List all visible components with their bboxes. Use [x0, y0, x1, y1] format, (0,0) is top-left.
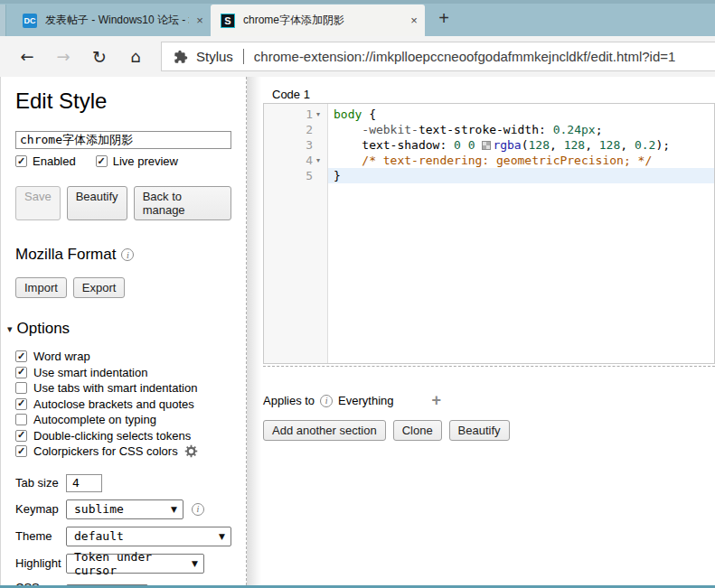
- option-word-wrap[interactable]: Word wrap: [15, 349, 231, 365]
- line-number[interactable]: 4: [306, 154, 313, 167]
- line-number[interactable]: 1: [306, 107, 313, 121]
- address-bar[interactable]: Stylus chrome-extension://imkplloepccneo…: [161, 42, 715, 71]
- fold-arrow-icon[interactable]: ▾: [313, 110, 324, 118]
- window-edge-sliver: [0, 5, 6, 36]
- highlight-value: Token under cursor: [74, 550, 184, 577]
- fold-arrow-icon[interactable]: ▾: [313, 156, 324, 164]
- enabled-checkbox[interactable]: [15, 155, 27, 167]
- mozilla-format-label: Mozilla Format: [15, 246, 116, 264]
- enabled-toggle[interactable]: Enabled: [15, 154, 76, 168]
- forward-icon[interactable]: →: [45, 39, 81, 75]
- code-token: text-shadow: [362, 138, 439, 152]
- code-line-active[interactable]: }: [328, 168, 714, 183]
- highlight-row: Highlight Token under cursor ▼: [15, 554, 231, 574]
- checkbox[interactable]: [15, 382, 27, 394]
- style-actions: Save Beautify Back to manage: [15, 186, 231, 220]
- line-number[interactable]: 3: [306, 138, 313, 152]
- option-label: Word wrap: [33, 350, 90, 363]
- code-token: /* text-rendering: geometricPrecision; *…: [362, 154, 652, 167]
- code-token: 128: [599, 138, 620, 152]
- code-token: ,: [620, 138, 635, 152]
- code-token: }: [334, 169, 341, 182]
- option-autocomplete[interactable]: Autocomplete on typing: [15, 412, 231, 428]
- option-colorpickers[interactable]: Colorpickers for CSS colors: [15, 443, 231, 460]
- checkbox[interactable]: [15, 367, 27, 378]
- checkbox[interactable]: [15, 430, 27, 442]
- mozilla-format-actions: Import Export: [15, 277, 231, 298]
- checkbox[interactable]: [15, 398, 27, 410]
- home-icon[interactable]: ⌂: [118, 39, 154, 75]
- code-token: [334, 138, 362, 152]
- gear-icon[interactable]: [184, 444, 198, 458]
- option-autoclose-brackets[interactable]: Autoclose brackets and quotes: [15, 397, 231, 413]
- code-token: :: [539, 123, 553, 136]
- line-number[interactable]: 5: [306, 169, 313, 182]
- close-tab-icon[interactable]: ×: [403, 14, 425, 27]
- gutter-line: 2: [264, 122, 327, 137]
- back-icon[interactable]: ←: [9, 39, 45, 75]
- chevron-down-icon: ▼: [184, 559, 198, 568]
- code-token: rgba: [493, 138, 521, 152]
- checkbox[interactable]: [15, 414, 27, 425]
- options-label: Options: [17, 320, 71, 338]
- code-line[interactable]: /* text-rendering: geometricPrecision; *…: [328, 153, 714, 168]
- info-icon[interactable]: i: [320, 395, 333, 407]
- option-doubleclick-tokens[interactable]: Double-clicking selects tokens: [15, 428, 231, 444]
- options-heading[interactable]: ▾ Options: [7, 320, 231, 338]
- clone-button[interactable]: Clone: [393, 420, 442, 441]
- code-line[interactable]: -webkit-text-stroke-width: 0.24px;: [328, 122, 714, 137]
- code-token: body: [334, 107, 362, 121]
- info-icon[interactable]: i: [192, 503, 204, 516]
- export-button[interactable]: Export: [73, 277, 126, 298]
- code-token: 0.24px: [553, 123, 596, 136]
- code-token: [334, 123, 362, 136]
- add-applies-to-button[interactable]: +: [432, 391, 442, 410]
- code-section-label: Code 1: [272, 88, 715, 101]
- back-to-manage-button[interactable]: Back to manage: [134, 186, 231, 220]
- code-token: 128: [564, 138, 585, 152]
- tab-size-row: Tab size: [15, 474, 231, 492]
- codemirror-editor[interactable]: 1 ▾ 2 3 4: [263, 103, 715, 364]
- line-number[interactable]: 2: [306, 123, 313, 136]
- code-line[interactable]: text-shadow: 0 0 rgba(128, 128, 128, 0.2…: [328, 137, 714, 153]
- tab-size-input[interactable]: [66, 474, 102, 492]
- live-preview-toggle[interactable]: Live preview: [96, 154, 178, 168]
- refresh-icon[interactable]: ↻: [81, 39, 118, 75]
- gutter-line: 1 ▾: [264, 107, 327, 122]
- gutter-line: 4 ▾: [264, 153, 327, 168]
- close-tab-icon[interactable]: ×: [189, 14, 211, 27]
- new-tab-button[interactable]: +: [432, 7, 456, 31]
- import-button[interactable]: Import: [15, 277, 67, 298]
- checkbox[interactable]: [15, 350, 27, 362]
- add-another-section-button[interactable]: Add another section: [263, 420, 386, 441]
- code-token: ,: [550, 138, 564, 152]
- keymap-select[interactable]: sublime ▼: [66, 499, 183, 519]
- applies-to-value: Everything: [338, 394, 393, 407]
- option-label: Use smart indentation: [33, 366, 147, 379]
- keymap-label: Keymap: [15, 502, 66, 516]
- beautify-button[interactable]: Beautify: [67, 186, 127, 220]
- code-section: Code 1 1 ▾ 2 3: [263, 88, 715, 367]
- checkbox[interactable]: [15, 445, 27, 457]
- chevron-down-icon: ▼: [164, 505, 177, 514]
- theme-select[interactable]: default ▼: [66, 527, 231, 546]
- live-preview-checkbox[interactable]: [96, 155, 108, 167]
- option-smart-indent[interactable]: Use smart indentation: [15, 365, 231, 381]
- code-area[interactable]: body { -webkit-text-stroke-width: 0.24px…: [328, 104, 714, 363]
- info-icon[interactable]: i: [121, 248, 134, 261]
- collapse-arrow-icon: ▾: [7, 323, 13, 335]
- save-button[interactable]: Save: [15, 186, 61, 220]
- beautify-section-button[interactable]: Beautify: [449, 420, 510, 441]
- option-tabs-smart-indent[interactable]: Use tabs with smart indentation: [15, 380, 231, 397]
- theme-value: default: [74, 529, 124, 543]
- tab-forum[interactable]: DC 发表帖子 - Windows10 论坛 - 坏 ×: [13, 5, 211, 36]
- applies-to-label: Applies to: [263, 394, 315, 407]
- browser-toolbar: ← → ↻ ⌂ Stylus chrome-extension://imkpll…: [0, 36, 715, 77]
- highlight-select[interactable]: Token under cursor ▼: [66, 554, 204, 574]
- tab-stylus-edit[interactable]: S chrome字体添加阴影 ×: [211, 5, 425, 36]
- color-swatch[interactable]: [482, 141, 491, 150]
- style-name-input[interactable]: [15, 131, 231, 149]
- url-text[interactable]: chrome-extension://imkplloepccneoofgodaf…: [254, 49, 676, 64]
- code-token: text-stroke-width: [419, 123, 539, 136]
- code-line[interactable]: body {: [328, 107, 714, 122]
